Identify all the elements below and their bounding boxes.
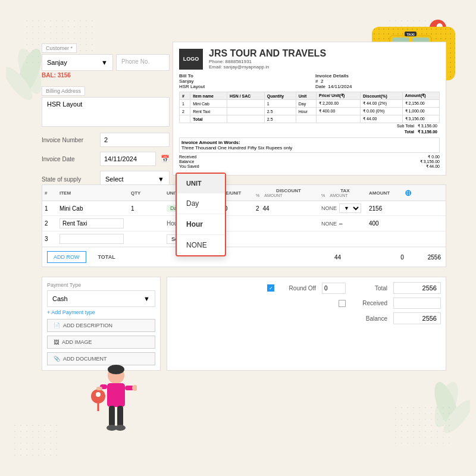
inv-col-num: #: [180, 92, 190, 100]
item-row-2: 2 Hour 400 NONE – 400: [42, 216, 446, 231]
billing-address-group: Billing Address HSR Layout: [42, 84, 170, 127]
item-row-3: 3 Select: [42, 231, 446, 247]
invoice-items-table: # Item name HSN / SAC Quantity Unit Pric…: [179, 92, 440, 123]
row2-amount: 400: [369, 220, 405, 227]
payment-type-label: Payment Type: [47, 282, 155, 288]
bill-to-title: Bill To: [179, 73, 303, 79]
customer-value: Sanjay: [47, 59, 67, 66]
company-phone: Phone: 8888581931: [209, 59, 326, 64]
document-icon: 📎: [54, 356, 60, 362]
col-header-num: #: [45, 190, 60, 196]
inv-balance-label: Balance: [179, 159, 194, 164]
billing-address-label: Billing Address: [42, 86, 85, 96]
row1-item: Mini Cab: [60, 205, 131, 212]
totals-section: ✓ Round Off Total 2556 Received Balance …: [167, 277, 446, 371]
invoice-date-label: Invoice Date: [42, 156, 95, 162]
calendar-icon[interactable]: 📅: [161, 155, 170, 163]
round-off-checkbox[interactable]: ✓: [267, 284, 274, 292]
row1-num: 1: [45, 205, 60, 212]
inv-total: Total ₹ 3,156.00: [179, 129, 440, 135]
invoice-preview-date: Date 14/11/2024: [315, 84, 440, 89]
bill-to-address: HSR Layout: [179, 84, 303, 89]
inv-words-label: Invoice Amount in Words:: [181, 140, 437, 145]
inv-subtotal: Sub Total ₹ 3,156.00: [179, 123, 440, 129]
svg-rect-25: [109, 406, 115, 427]
add-row-button[interactable]: ADD ROW: [47, 251, 86, 263]
company-name: JRS TOUR AND TRAVELS: [209, 48, 326, 59]
payment-type-select[interactable]: Cash ▼: [47, 290, 155, 307]
inv-row-1: 1Mini Cab1Day₹ 2,200.00₹ 44.00 (2%)₹ 2,1…: [180, 100, 440, 108]
row3-item[interactable]: [60, 234, 131, 244]
items-table-panel: # ITEM QTY UNIT PRICE/UNIT DISCOUNT %AMO…: [42, 184, 446, 267]
round-off-input[interactable]: [322, 283, 346, 294]
inv-row-2: 2Rent Taxi2.5Hour₹ 400.00₹ 0.00 (0%)₹ 1,…: [180, 108, 440, 115]
svg-point-24: [132, 385, 137, 391]
invoice-date-row: Invoice Date 📅: [42, 152, 170, 166]
row3-num: 3: [45, 236, 60, 242]
items-table-footer: ADD ROW TOTAL 44 0 2556: [42, 247, 446, 267]
col-header-amount: AMOUNT: [369, 190, 405, 196]
customer-group: Customer * Sanjay ▼ Phone No. BAL: 3156: [42, 42, 170, 79]
invoice-number-label: Invoice Number: [42, 137, 95, 143]
row2-item-field[interactable]: [60, 218, 124, 228]
total-value: 2556: [393, 282, 441, 294]
company-logo: LOGO: [179, 49, 203, 70]
col-header-tax: TAX %AMOUNT: [321, 188, 369, 198]
inv-col-unit: Unit: [296, 92, 316, 100]
dropdown-header: UNIT: [177, 174, 225, 193]
inv-amount-words: Invoice Amount in Words: Three Thousand …: [179, 137, 440, 153]
invoice-details-title: Invoice Details: [315, 73, 440, 79]
inv-words-text: Three Thousand One Hundred Fifty Six Rup…: [181, 145, 437, 151]
col-header-item: ITEM: [60, 190, 131, 196]
footer-amount-total: 2556: [428, 254, 441, 261]
total-label: Total: [352, 285, 387, 292]
payment-section: Payment Type Cash ▼ + Add Payment type 📄…: [42, 277, 161, 371]
state-supply-label: State of supply: [42, 176, 95, 183]
received-row: Received: [172, 298, 441, 309]
row1-tax-select[interactable]: ▼: [339, 203, 361, 213]
invoice-preview-number: # 2: [315, 79, 440, 84]
footer-discount-total: 44: [334, 254, 341, 261]
svg-rect-22: [96, 387, 102, 390]
inv-saved-value: ₹ 44.00: [426, 164, 440, 169]
person-illustration: [77, 361, 137, 452]
svg-point-28: [115, 425, 126, 431]
svg-point-19: [108, 365, 124, 374]
dropdown-option-day[interactable]: Day: [177, 193, 225, 214]
row2-item-input[interactable]: [60, 218, 131, 228]
round-off-label: Round Off: [280, 285, 316, 292]
left-form-panel: Customer * Sanjay ▼ Phone No. BAL: 3156 …: [42, 42, 170, 192]
inv-row-total: Total2.5₹ 44.00₹ 3,156.00: [180, 115, 440, 123]
customer-select[interactable]: Sanjay ▼: [42, 54, 113, 71]
add-payment-link[interactable]: + Add Payment type: [47, 309, 155, 315]
col-header-qty: QTY: [131, 190, 167, 196]
row3-item-field[interactable]: [60, 234, 124, 244]
phone-placeholder: Phone No.: [121, 58, 149, 65]
inv-balance-value: ₹ 3,156.00: [420, 159, 440, 164]
inv-col-qty: Quantity: [264, 92, 296, 100]
dropdown-option-none[interactable]: NONE: [177, 235, 225, 255]
customer-label: Customer *: [42, 43, 77, 53]
add-col-icon[interactable]: ⊕: [405, 188, 422, 198]
state-supply-value: Select: [105, 176, 124, 183]
phone-input[interactable]: Phone No.: [116, 54, 170, 71]
col-header-discount: DISCOUNT %AMOUNT: [256, 188, 321, 198]
row1-tax: NONE ▼: [321, 203, 369, 213]
svg-point-17: [96, 392, 101, 397]
invoice-date-input[interactable]: [100, 152, 156, 166]
dropdown-option-hour[interactable]: Hour: [177, 214, 225, 235]
add-description-button[interactable]: 📄 ADD DESCRIPTION: [47, 319, 155, 332]
svg-rect-26: [117, 406, 123, 427]
received-input[interactable]: [393, 298, 441, 309]
invoice-number-input[interactable]: [100, 133, 170, 147]
add-image-button[interactable]: 🖼 ADD IMAGE: [47, 336, 155, 349]
balance-row: Balance 2556: [172, 312, 441, 324]
inv-col-amount: Amount(₹): [402, 92, 439, 100]
row1-discount: 244: [256, 205, 321, 212]
inv-col-discount: Discount(%): [360, 92, 402, 100]
inv-col-item: Item name: [190, 92, 227, 100]
received-checkbox[interactable]: [339, 300, 346, 307]
svg-text:TAXI: TAXI: [406, 33, 415, 36]
billing-address-input[interactable]: HSR Layout: [42, 97, 170, 127]
description-icon: 📄: [54, 322, 60, 328]
